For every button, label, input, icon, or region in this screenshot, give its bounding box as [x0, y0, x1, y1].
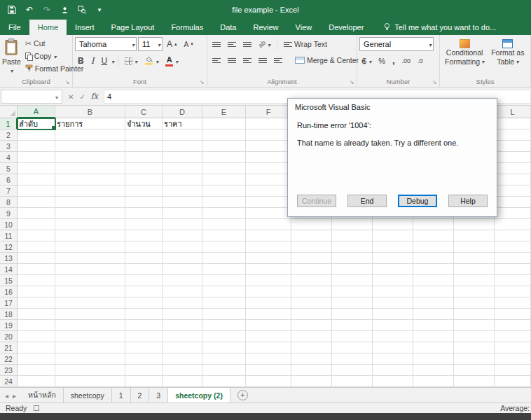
- cell-B2[interactable]: [55, 130, 125, 141]
- row-header-21[interactable]: 21: [0, 342, 18, 354]
- cell-H11[interactable]: [332, 230, 373, 241]
- cell-B7[interactable]: [55, 186, 125, 197]
- cell-J14[interactable]: [413, 264, 454, 275]
- cell-H24[interactable]: [332, 376, 373, 387]
- cell-A15[interactable]: [18, 275, 55, 286]
- cell-F17[interactable]: [246, 298, 291, 309]
- sheet-tab-sheetcopy-2[interactable]: sheetcopy (2): [168, 388, 230, 402]
- cell-G10[interactable]: [291, 219, 332, 230]
- row-header-14[interactable]: 14: [0, 264, 18, 275]
- cell-A20[interactable]: [18, 331, 55, 342]
- cell-C19[interactable]: [125, 320, 163, 331]
- cell-F2[interactable]: [246, 130, 291, 141]
- cell-L14[interactable]: [495, 264, 531, 275]
- cell-A3[interactable]: [18, 141, 55, 152]
- conditional-formatting-button[interactable]: Conditional Formatting: [442, 37, 487, 68]
- orientation-button[interactable]: ab: [256, 38, 273, 50]
- cell-C18[interactable]: [125, 309, 163, 320]
- cell-B3[interactable]: [55, 141, 125, 152]
- cell-J23[interactable]: [413, 365, 454, 376]
- cell-A7[interactable]: [18, 186, 55, 197]
- cell-H23[interactable]: [332, 365, 373, 376]
- column-header-F[interactable]: F: [246, 106, 291, 118]
- cell-I20[interactable]: [373, 331, 413, 342]
- cell-A4[interactable]: [18, 152, 55, 163]
- align-left-button[interactable]: [209, 56, 223, 65]
- cell-F10[interactable]: [246, 219, 291, 230]
- cell-E19[interactable]: [202, 320, 246, 331]
- cell-C21[interactable]: [125, 342, 163, 354]
- cell-A21[interactable]: [18, 342, 55, 354]
- cell-E1[interactable]: [202, 118, 246, 130]
- cell-A19[interactable]: [18, 320, 55, 331]
- cell-E12[interactable]: [202, 241, 246, 253]
- cell-C10[interactable]: [125, 219, 163, 230]
- cell-E20[interactable]: [202, 331, 246, 342]
- font-size-combobox[interactable]: 11: [138, 37, 163, 51]
- column-header-D[interactable]: D: [163, 106, 202, 118]
- cell-C8[interactable]: [125, 197, 163, 208]
- cell-L10[interactable]: [495, 219, 531, 230]
- cell-D16[interactable]: [163, 286, 202, 298]
- row-header-6[interactable]: 6: [0, 174, 18, 186]
- sheet-tab-sheetcopy[interactable]: sheetcopy: [64, 388, 112, 402]
- cell-H21[interactable]: [332, 342, 373, 354]
- cell-E15[interactable]: [202, 275, 246, 286]
- cell-L20[interactable]: [495, 331, 531, 342]
- cell-B14[interactable]: [55, 264, 125, 275]
- cell-F21[interactable]: [246, 342, 291, 354]
- decrease-decimal-button[interactable]: [415, 55, 426, 66]
- cell-A24[interactable]: [18, 376, 55, 387]
- cell-G21[interactable]: [291, 342, 332, 354]
- cell-C17[interactable]: [125, 298, 163, 309]
- cell-F23[interactable]: [246, 365, 291, 376]
- sheet-tab-หน้าหลัก[interactable]: หน้าหลัก: [21, 388, 64, 402]
- cell-D6[interactable]: [163, 174, 202, 186]
- macro-record-icon[interactable]: [34, 405, 39, 411]
- borders-button[interactable]: [122, 55, 140, 67]
- cell-B23[interactable]: [55, 365, 125, 376]
- cell-A6[interactable]: [18, 174, 55, 186]
- sheet-tab-3[interactable]: 3: [149, 388, 168, 402]
- cell-G18[interactable]: [291, 309, 332, 320]
- ribbon-tab-developer[interactable]: Developer: [320, 20, 372, 35]
- next-sheet-icon[interactable]: [13, 391, 16, 400]
- cell-L22[interactable]: [495, 354, 531, 365]
- cell-D14[interactable]: [163, 264, 202, 275]
- confirm-entry-icon[interactable]: [79, 92, 85, 101]
- cell-L6[interactable]: [495, 174, 531, 186]
- select-all-corner[interactable]: [0, 106, 18, 118]
- cell-C1[interactable]: จำนวน: [125, 118, 163, 130]
- cell-J20[interactable]: [413, 331, 454, 342]
- accounting-format-button[interactable]: [359, 55, 374, 67]
- font-color-button[interactable]: [163, 54, 181, 69]
- cell-D7[interactable]: [163, 186, 202, 197]
- cell-D18[interactable]: [163, 309, 202, 320]
- cell-L5[interactable]: [495, 163, 531, 174]
- cell-F3[interactable]: [246, 141, 291, 152]
- cell-A5[interactable]: [18, 163, 55, 174]
- center-button[interactable]: [225, 56, 239, 65]
- save-icon[interactable]: [7, 5, 17, 15]
- cell-B19[interactable]: [55, 320, 125, 331]
- cell-L12[interactable]: [495, 241, 531, 253]
- cell-L17[interactable]: [495, 298, 531, 309]
- cell-D12[interactable]: [163, 241, 202, 253]
- cell-H10[interactable]: [332, 219, 373, 230]
- cell-E3[interactable]: [202, 141, 246, 152]
- cell-K10[interactable]: [454, 219, 495, 230]
- cell-K12[interactable]: [454, 241, 495, 253]
- row-header-19[interactable]: 19: [0, 320, 18, 331]
- cell-F19[interactable]: [246, 320, 291, 331]
- row-header-13[interactable]: 13: [0, 253, 18, 264]
- dialog-button-end[interactable]: End: [347, 195, 387, 207]
- top-align-button[interactable]: [209, 40, 223, 49]
- percent-style-button[interactable]: [375, 55, 388, 67]
- cell-J15[interactable]: [413, 275, 454, 286]
- cell-K23[interactable]: [454, 365, 495, 376]
- cell-B12[interactable]: [55, 241, 125, 253]
- cell-G17[interactable]: [291, 298, 332, 309]
- cell-J21[interactable]: [413, 342, 454, 354]
- cell-D8[interactable]: [163, 197, 202, 208]
- cell-D22[interactable]: [163, 354, 202, 365]
